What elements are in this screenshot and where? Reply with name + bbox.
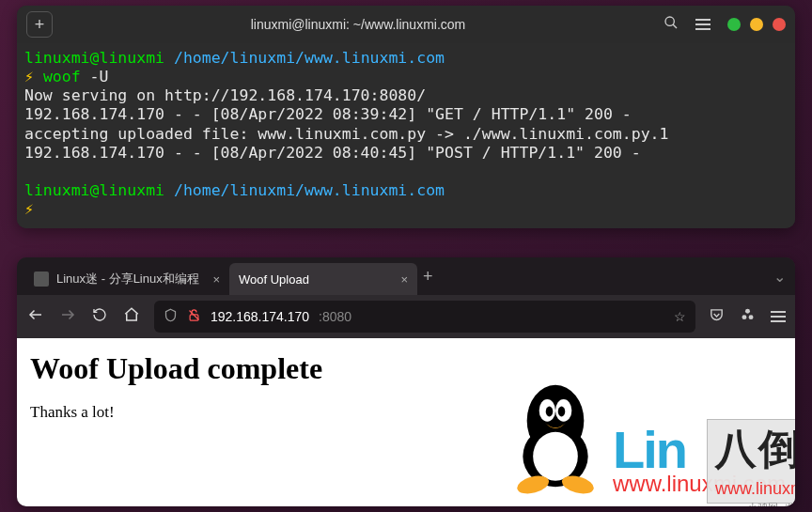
svg-point-7 [742,315,746,319]
prompt-bolt: ⚡ [24,200,34,218]
window-controls [664,15,786,34]
maximize-button[interactable] [750,18,763,31]
svg-point-15 [558,407,566,417]
navbar-right [709,307,786,327]
tab-label: Woof Upload [239,272,309,287]
overlay-footer: 小鸡网（WWW.XWENW.COM）专用 [708,499,795,506]
page-content: Woof Upload complete Thanks a lot! [17,338,795,506]
search-icon[interactable] [664,15,679,34]
output-line-post: 192.168.174.170 - - [08/Apr/2022 08:40:4… [24,144,641,162]
terminal-titlebar: + linuxmi@linuxmi: ~/www.linuxmi.com [17,6,795,43]
new-tab-button[interactable]: + [423,267,433,287]
svg-point-8 [749,315,754,319]
prompt-user: linuxmi@linuxmi [24,181,164,199]
overlay-text: 八倒数 [708,420,795,479]
watermark-overlay: 八倒数 www.linuxmi.com 小鸡网（WWW.XWENW.COM）专用 [707,419,795,504]
prompt-path: /home/linuxmi/www.linuxmi.com [174,49,445,67]
browser-tabbar: Linux迷 - 分享Linux和编程 × Woof Upload × + ⌄ [17,257,795,295]
output-line-get: 192.168.174.170 - - [08/Apr/2022 08:39:4… [24,105,632,123]
forward-button[interactable] [58,306,77,327]
extensions-icon[interactable] [740,307,756,327]
svg-point-6 [745,308,750,313]
close-button[interactable] [773,18,786,31]
terminal-title: linuxmi@linuxmi: ~/www.linuxmi.com [60,17,656,32]
bookmark-star-icon[interactable]: ☆ [674,309,686,324]
svg-point-11 [533,432,578,481]
home-button[interactable] [122,306,141,327]
prompt-path: /home/linuxmi/www.linuxmi.com [174,181,445,199]
browser-window: Linux迷 - 分享Linux和编程 × Woof Upload × + ⌄ [17,257,795,506]
url-bar[interactable]: 192.168.174.170:8080 ☆ [154,301,695,333]
back-button[interactable] [26,306,45,327]
command-name: woof [43,68,81,85]
svg-point-14 [546,407,554,417]
prompt-user: linuxmi@linuxmi [24,49,164,67]
hamburger-icon[interactable] [771,311,786,322]
tabs-dropdown-icon[interactable]: ⌄ [773,268,786,286]
command-arg: -U [90,68,109,85]
svg-point-0 [665,17,674,25]
output-line-serving: Now serving on http://192.168.174.170:80… [24,86,426,104]
tab-woof-upload[interactable]: Woof Upload × [229,263,417,295]
favicon-icon [34,272,49,287]
close-tab-icon[interactable]: × [212,272,220,287]
tux-icon [504,375,607,497]
reload-button[interactable] [90,307,109,326]
new-tab-button[interactable]: + [26,11,53,38]
watermark: Lin 八倒数 www.linuxmi.com 小鸡网（WWW.XWENW.CO… [504,375,786,497]
terminal-window: + linuxmi@linuxmi: ~/www.linuxmi.com lin… [17,6,795,228]
svg-line-1 [673,24,677,28]
url-host: 192.168.174.170 [211,309,309,324]
minimize-button[interactable] [727,18,741,31]
close-tab-icon[interactable]: × [400,272,408,287]
overlay-url: www.linuxmi.com [708,479,795,499]
tab-linuxmi[interactable]: Linux迷 - 分享Linux和编程 × [24,263,229,295]
output-line-accept: accepting uploaded file: www.linuxmi.com… [24,125,668,143]
pocket-icon[interactable] [709,307,725,327]
terminal-body[interactable]: linuxmi@linuxmi /home/linuxmi/www.linuxm… [17,43,795,228]
shield-icon[interactable] [164,308,178,325]
url-port: :8080 [319,309,351,324]
prompt-bolt: ⚡ [24,68,34,85]
watermark-text: Lin 八倒数 www.linuxmi.com 小鸡网（WWW.XWENW.CO… [613,419,786,497]
browser-navbar: 192.168.174.170:8080 ☆ [17,295,795,338]
tab-label: Linux迷 - 分享Linux和编程 [56,271,199,287]
hamburger-icon[interactable] [695,19,710,30]
insecure-lock-icon[interactable] [187,308,201,325]
